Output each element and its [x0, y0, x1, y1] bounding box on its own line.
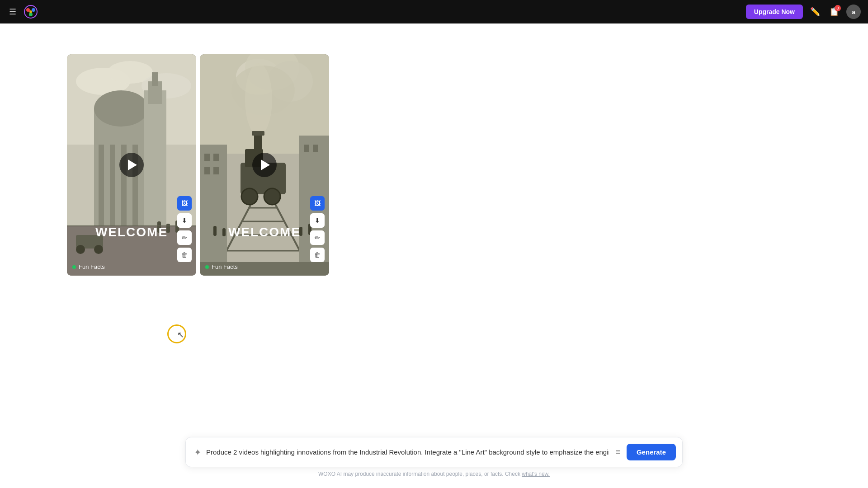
cursor-highlight — [167, 324, 186, 343]
disclaimer-text: WOXO AI may produce inaccurate informati… — [185, 471, 683, 477]
main-content: WELCOME Fun Facts 🖼 ⬇ ✏ 🗑 — [0, 0, 868, 276]
tag-dot-1 — [72, 265, 76, 269]
svg-point-4 — [29, 10, 32, 13]
delete-button-2[interactable]: 🗑 — [310, 248, 325, 262]
svg-rect-43 — [254, 133, 262, 151]
svg-rect-16 — [110, 145, 115, 235]
cursor-arrow: ↖ — [177, 330, 184, 340]
play-button-1[interactable] — [119, 153, 144, 177]
svg-rect-54 — [313, 145, 318, 152]
svg-rect-47 — [200, 145, 227, 276]
topnav-right: Upgrade Now ✏️ 📋 0 a — [746, 5, 861, 19]
bottom-bar: ✦ ≡ Generate WOXO AI may produce inaccur… — [185, 437, 683, 477]
tag-label-1: Fun Facts — [79, 263, 105, 270]
tag-dot-2 — [205, 265, 209, 269]
edit-button-2[interactable]: ✏ — [310, 230, 325, 245]
card-actions-2: 🖼 ⬇ ✏ 🗑 — [310, 196, 325, 262]
notifications-button[interactable]: 📋 0 — [827, 5, 841, 19]
copy-button-2[interactable]: 🖼 — [310, 196, 325, 211]
edit-button-1[interactable]: ✏ — [177, 230, 192, 245]
svg-rect-15 — [99, 145, 104, 235]
svg-point-11 — [94, 90, 148, 127]
svg-point-22 — [94, 245, 103, 254]
svg-rect-12 — [144, 90, 166, 235]
svg-rect-53 — [304, 145, 309, 152]
copy-button-1[interactable]: 🖼 — [177, 196, 192, 211]
prompt-settings-button[interactable]: ≡ — [613, 446, 622, 459]
video-card-1: WELCOME Fun Facts 🖼 ⬇ ✏ 🗑 — [67, 54, 196, 276]
svg-rect-51 — [204, 167, 210, 174]
prompt-sparkle-icon: ✦ — [194, 447, 202, 458]
generate-button[interactable]: Generate — [627, 444, 676, 460]
card-tag-2: Fun Facts — [205, 263, 238, 270]
svg-point-46 — [264, 188, 280, 205]
avatar[interactable]: a — [846, 5, 861, 19]
card-actions-1: 🖼 ⬇ ✏ 🗑 — [177, 196, 192, 262]
svg-point-33 — [245, 63, 272, 136]
disclaimer-body: WOXO AI may produce inaccurate informati… — [318, 471, 522, 477]
video-card-2: WELCOME Fun Facts 🖼 ⬇ ✏ 🗑 — [200, 54, 329, 276]
svg-rect-44 — [252, 131, 264, 136]
edit-icon-button[interactable]: ✏️ — [808, 5, 822, 19]
delete-button-1[interactable]: 🗑 — [177, 248, 192, 262]
notification-badge: 0 — [835, 5, 841, 11]
svg-point-1 — [26, 8, 30, 12]
svg-point-3 — [29, 13, 33, 16]
card-tag-1: Fun Facts — [72, 263, 105, 270]
hamburger-button[interactable]: ☰ — [7, 5, 18, 19]
tag-label-2: Fun Facts — [212, 263, 238, 270]
download-button-1[interactable]: ⬇ — [177, 213, 192, 228]
upgrade-button[interactable]: Upgrade Now — [746, 5, 803, 19]
svg-point-21 — [76, 245, 85, 254]
logo-icon — [24, 5, 38, 19]
topnav: ☰ Upgrade Now ✏️ 📋 0 a — [0, 0, 868, 23]
whats-new-link[interactable]: what's new. — [522, 471, 550, 477]
svg-rect-49 — [204, 154, 210, 161]
prompt-box: ✦ ≡ Generate — [185, 437, 683, 467]
svg-point-2 — [32, 8, 35, 12]
logo[interactable] — [24, 5, 38, 19]
download-button-2[interactable]: ⬇ — [310, 213, 325, 228]
topnav-left: ☰ — [7, 5, 38, 19]
prompt-input[interactable] — [206, 448, 609, 456]
svg-rect-52 — [213, 167, 219, 174]
cards-row: WELCOME Fun Facts 🖼 ⬇ ✏ 🗑 — [67, 54, 329, 276]
svg-rect-50 — [213, 154, 219, 161]
play-button-2[interactable] — [252, 153, 277, 177]
svg-point-45 — [241, 188, 258, 205]
svg-rect-14 — [152, 72, 158, 86]
